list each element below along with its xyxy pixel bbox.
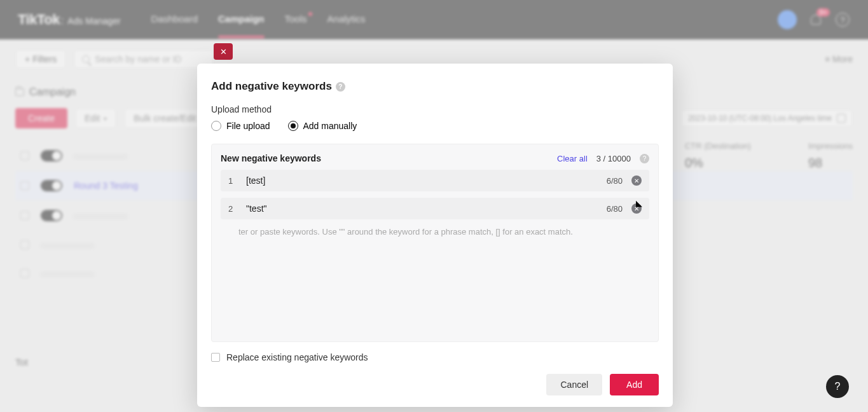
cancel-button[interactable]: Cancel bbox=[546, 374, 602, 395]
clear-all-link[interactable]: Clear all bbox=[557, 154, 588, 163]
keyword-panel: New negative keywords Clear all 3 / 1000… bbox=[211, 144, 659, 342]
close-icon: ✕ bbox=[634, 177, 639, 184]
radio-add-manually-label: Add manually bbox=[303, 121, 357, 131]
close-icon: ✕ bbox=[220, 47, 227, 57]
keyword-input[interactable]: [test] bbox=[246, 175, 598, 186]
delete-keyword-button[interactable]: ✕ bbox=[631, 175, 642, 186]
keyword-length: 6/80 bbox=[607, 176, 623, 186]
add-button[interactable]: Add bbox=[610, 374, 659, 395]
keyword-hint: ter or paste keywords. Use "" around the… bbox=[221, 227, 649, 237]
modal-title: Add negative keywords ? bbox=[211, 80, 659, 93]
close-modal-button[interactable]: ✕ bbox=[214, 43, 233, 60]
question-icon: ? bbox=[835, 381, 841, 392]
radio-add-manually[interactable]: Add manually bbox=[288, 121, 357, 131]
help-icon[interactable]: ? bbox=[336, 82, 345, 92]
keyword-row: 2 "test" 6/80 ✕ bbox=[221, 198, 649, 219]
checkbox-icon[interactable] bbox=[211, 353, 220, 362]
radio-file-upload[interactable]: File upload bbox=[211, 121, 270, 131]
add-negative-keywords-modal: Add negative keywords ? Upload method Fi… bbox=[197, 64, 673, 407]
radio-file-upload-label: File upload bbox=[226, 121, 270, 131]
upload-method-label: Upload method bbox=[211, 104, 659, 114]
help-fab-button[interactable]: ? bbox=[826, 375, 849, 398]
keyword-count: 3 / 10000 bbox=[596, 154, 631, 163]
replace-existing-label: Replace existing negative keywords bbox=[226, 352, 368, 362]
keyword-length: 6/80 bbox=[607, 204, 623, 214]
close-icon: ✕ bbox=[634, 205, 639, 212]
modal-title-text: Add negative keywords bbox=[211, 80, 332, 93]
keyword-row-number: 2 bbox=[228, 204, 237, 214]
panel-head: New negative keywords Clear all 3 / 1000… bbox=[221, 153, 649, 163]
keyword-row-number: 1 bbox=[228, 176, 237, 186]
panel-head-right: Clear all 3 / 10000 ? bbox=[557, 154, 649, 163]
replace-existing-row[interactable]: Replace existing negative keywords bbox=[211, 352, 659, 362]
help-icon[interactable]: ? bbox=[640, 154, 649, 163]
panel-title: New negative keywords bbox=[221, 153, 321, 163]
keyword-input[interactable]: "test" bbox=[246, 203, 598, 214]
modal-footer: Cancel Add bbox=[211, 374, 659, 395]
radio-icon bbox=[211, 121, 221, 131]
upload-method-radios: File upload Add manually bbox=[211, 121, 659, 131]
delete-keyword-button[interactable]: ✕ bbox=[631, 203, 642, 214]
radio-icon bbox=[288, 121, 298, 131]
keyword-row: 1 [test] 6/80 ✕ bbox=[221, 170, 649, 191]
